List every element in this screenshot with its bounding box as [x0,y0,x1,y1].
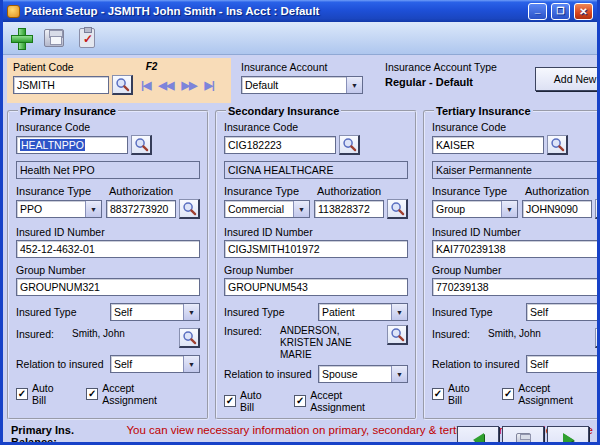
authorization-search-button[interactable] [387,199,408,219]
patient-search-button[interactable] [112,75,133,95]
authorization-field[interactable]: 8837273920 [106,200,176,218]
group-number-field[interactable]: GROUPNUM543 [224,278,408,296]
insurance-code-search-button[interactable] [547,135,568,155]
accept-assignment-checkbox[interactable] [502,388,514,400]
insurance-type-select[interactable]: PPO [16,200,102,218]
insurance-type-select[interactable]: Group [432,200,518,218]
chevron-down-icon[interactable] [391,304,407,320]
insurance-account-select[interactable]: Default [241,76,363,94]
magnifier-icon [342,137,357,152]
insured-search-button[interactable] [179,328,200,348]
magnifier-icon [550,137,565,152]
last-record-button[interactable] [204,79,214,92]
group-number-field[interactable]: GROUPNUM321 [16,278,200,296]
insured-name-value: Smith, John [488,328,595,340]
add-patient-button[interactable] [7,25,35,51]
insurance-name-field: Kaiser Permannente [432,161,600,179]
insured-search-button[interactable] [595,328,600,348]
insurance-code-search-button[interactable] [339,135,360,155]
insurance-code-field[interactable]: CIG182223 [224,136,336,154]
insurance-account-type-label: Insurance Account Type [385,61,535,73]
accept-assignment-checkbox[interactable] [294,395,306,407]
insured-type-select[interactable]: Self [110,303,200,321]
save-toolbar-button[interactable] [40,25,68,51]
green-right-arrow-icon [563,433,574,445]
insured-name-value: Smith, John [72,328,179,340]
auto-bill-checkbox[interactable] [432,388,444,400]
authorization-search-button[interactable] [595,199,600,219]
insured-search-button[interactable] [387,325,408,345]
insurance-account-label: Insurance Account [241,61,363,73]
tertiary-insurance-panel: Tertiary Insurance Insurance Code KAISER… [423,105,600,420]
minimize-button[interactable] [528,3,547,20]
insurance-name-field: CIGNA HEALTHCARE [224,161,408,179]
chevron-down-icon[interactable] [183,356,199,372]
insured-name-value: ANDERSON, KRISTEN JANE MARIE [280,325,387,361]
insured-type-select[interactable]: Self [526,303,600,321]
add-new-insurance-acct-button[interactable]: Add New Insurance Acct [535,67,600,91]
auto-bill-label: Auto Bill [448,382,484,406]
auto-bill-label: Auto Bill [32,382,68,406]
patient-code-field[interactable]: JSMITH [13,76,109,94]
window-title: Patient Setup - JSMITH John Smith - Ins … [24,5,524,17]
relation-select[interactable]: Self [526,355,600,373]
chevron-down-icon[interactable] [183,304,199,320]
insurance-code-search-button[interactable] [131,135,152,155]
toolbar [3,22,597,55]
insured-type-label: Insured Type [224,306,318,318]
accept-assignment-checkbox[interactable] [86,388,98,400]
authorization-field[interactable]: 113828372 [314,200,384,218]
insurance-code-label: Insurance Code [16,121,200,133]
next-button[interactable]: Next [547,426,589,445]
insurance-code-field[interactable]: HEALTNPPO [16,136,128,154]
insured-id-field[interactable]: CIGJSMITH101972 [224,240,408,258]
close-button[interactable] [574,3,593,20]
magnifier-icon [115,77,130,92]
green-left-arrow-icon [473,433,484,445]
relation-select[interactable]: Spouse [318,365,408,383]
relation-select[interactable]: Self [110,355,200,373]
chevron-down-icon[interactable] [391,366,407,382]
insurance-type-label: Insurance Type [224,185,299,197]
auto-bill-checkbox[interactable] [16,388,28,400]
relation-value: Self [111,358,183,370]
group-number-label: Group Number [16,264,200,276]
auto-bill-checkbox[interactable] [224,395,236,407]
previous-record-button[interactable] [159,79,174,92]
next-record-button[interactable] [181,79,196,92]
first-record-button[interactable] [141,79,151,92]
magnifier-icon [390,327,405,342]
insured-type-select[interactable]: Patient [318,303,408,321]
insured-id-field[interactable]: KAI770239138 [432,240,600,258]
chevron-down-icon[interactable] [293,201,309,217]
insurance-type-select[interactable]: Commercial [224,200,310,218]
save-button[interactable]: Save [502,426,544,445]
accept-assignment-label: Accept Assignment [102,382,186,406]
relation-value: Spouse [319,368,391,380]
patient-code-label: Patient Code [13,61,74,73]
chevron-down-icon[interactable] [501,201,517,217]
insurance-code-field[interactable]: KAISER [432,136,544,154]
authorization-search-button[interactable] [179,199,200,219]
insurance-account-area: Insurance Account Default Insurance Acco… [231,58,600,103]
balance-section: Primary Ins. Balance: You can view neces… [7,420,593,445]
insurance-type-value: Group [433,203,501,215]
insured-label: Insured: [432,328,488,340]
insured-id-label: Insured ID Number [432,226,600,238]
insured-id-label: Insured ID Number [224,226,408,238]
back-button[interactable]: Back [457,426,499,445]
insurance-code-label: Insurance Code [432,121,600,133]
authorization-label: Authorization [525,185,589,197]
chevron-down-icon[interactable] [85,201,101,217]
balance-section-label: Primary Ins. Balance: [11,424,112,445]
verify-button[interactable] [73,25,101,51]
insured-id-label: Insured ID Number [16,226,200,238]
chevron-down-icon[interactable] [346,77,362,93]
secondary-panel-title: Secondary Insurance [226,105,341,117]
maximize-button[interactable] [551,3,570,20]
insured-id-field[interactable]: 452-12-4632-01 [16,240,200,258]
group-number-field[interactable]: 770239138 [432,278,600,296]
authorization-field[interactable]: JOHN9090 [522,200,592,218]
insured-type-label: Insured Type [16,306,110,318]
top-row: Patient Code F2 JSMITH Insurance Account [7,58,593,103]
